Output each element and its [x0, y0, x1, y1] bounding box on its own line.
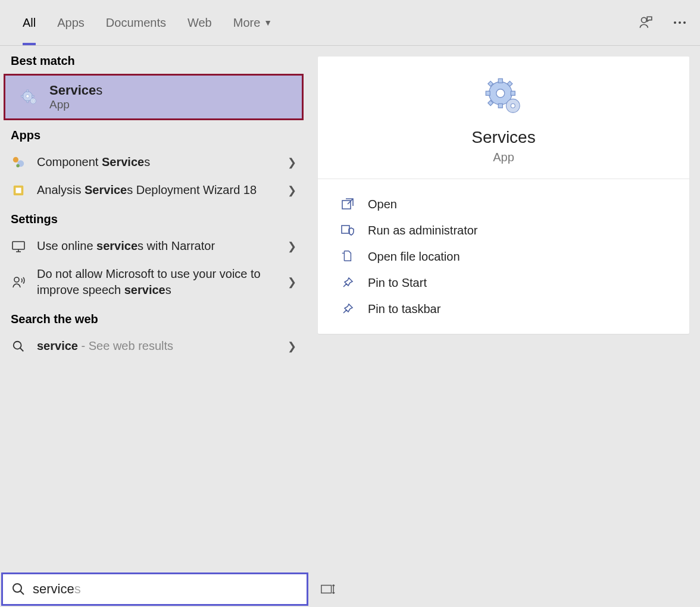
svg-rect-19: [498, 104, 502, 108]
section-apps: Apps: [0, 120, 307, 148]
search-header: All Apps Documents Web More ▼: [0, 0, 700, 46]
action-run-admin[interactable]: Run as administrator: [340, 217, 667, 243]
svg-rect-21: [511, 91, 515, 95]
svg-point-8: [32, 100, 34, 102]
action-label: Pin to Start: [368, 276, 427, 290]
action-open[interactable]: Open: [340, 191, 667, 217]
preview-actions: Open Run as administrator Open file loca…: [318, 179, 689, 334]
services-gear-icon: [20, 87, 39, 107]
tab-more[interactable]: More ▼: [223, 0, 283, 45]
tab-web[interactable]: Web: [177, 0, 223, 45]
svg-rect-3: [27, 90, 29, 92]
search-icon: [11, 339, 26, 354]
component-services-icon: [11, 155, 26, 170]
feedback-icon[interactable]: [637, 14, 654, 31]
svg-rect-6: [32, 95, 34, 97]
app-result-analysis-services[interactable]: Analysis Services Deployment Wizard 18 ❯: [0, 176, 307, 204]
action-label: Run as administrator: [368, 224, 478, 237]
svg-point-16: [14, 341, 21, 349]
preview-panel: Services App Open Run as administrator: [307, 46, 700, 571]
setting-result-label: Use online services with Narrator: [37, 238, 277, 254]
svg-point-0: [642, 17, 647, 23]
setting-result-narrator[interactable]: Use online services with Narrator ❯: [0, 232, 307, 260]
setting-result-speech[interactable]: Do not allow Microsoft to use your voice…: [0, 260, 307, 304]
app-result-component-services[interactable]: Component Services ❯: [0, 148, 307, 176]
header-right: [637, 14, 688, 31]
section-settings: Settings: [0, 204, 307, 232]
person-voice-icon: [11, 274, 26, 290]
section-web: Search the web: [0, 304, 307, 332]
more-options-icon[interactable]: [671, 14, 688, 31]
svg-rect-4: [27, 101, 29, 102]
action-pin-taskbar[interactable]: Pin to taskbar: [340, 296, 667, 322]
action-label: Pin to taskbar: [368, 302, 440, 316]
chevron-right-icon: ❯: [288, 340, 296, 353]
pin-taskbar-icon: [340, 302, 355, 316]
action-open-location[interactable]: Open file location: [340, 243, 667, 270]
monitor-icon: [11, 239, 26, 254]
svg-rect-13: [15, 187, 21, 193]
folder-icon: [340, 249, 355, 264]
svg-point-2: [26, 95, 29, 98]
svg-rect-31: [321, 586, 332, 593]
chevron-right-icon: ❯: [288, 276, 296, 289]
pin-icon: [340, 276, 355, 290]
chevron-right-icon: ❯: [288, 184, 296, 197]
tab-more-label: More: [233, 16, 261, 30]
svg-point-27: [511, 104, 515, 108]
svg-rect-29: [342, 226, 349, 233]
analysis-services-icon: [11, 183, 26, 198]
best-match-title: Services: [49, 83, 102, 98]
svg-point-25: [496, 89, 505, 98]
preview-subtitle: App: [493, 151, 514, 164]
services-gear-icon-large: [483, 76, 524, 117]
best-match-text: Services App: [49, 83, 102, 111]
action-pin-start[interactable]: Pin to Start: [340, 270, 667, 296]
setting-result-label: Do not allow Microsoft to use your voice…: [37, 266, 277, 298]
svg-rect-5: [21, 95, 23, 97]
best-match-subtitle: App: [49, 98, 102, 111]
svg-point-30: [13, 584, 21, 592]
open-icon: [340, 197, 355, 211]
best-match-result[interactable]: Services App: [4, 74, 304, 120]
app-result-label: Analysis Services Deployment Wizard 18: [37, 182, 277, 198]
svg-rect-14: [12, 242, 24, 249]
filter-tabs: All Apps Documents Web More ▼: [0, 0, 283, 45]
tab-apps[interactable]: Apps: [46, 0, 95, 45]
tab-all[interactable]: All: [12, 0, 46, 45]
preview-header: Services App: [318, 57, 689, 179]
chevron-right-icon: ❯: [288, 240, 296, 253]
svg-rect-18: [498, 79, 502, 83]
web-result[interactable]: service - See web results ❯: [0, 332, 307, 360]
tab-documents[interactable]: Documents: [95, 0, 177, 45]
results-panel: Best match Services App Apps Comp: [0, 46, 307, 571]
task-view-icon[interactable]: [320, 581, 336, 597]
shield-admin-icon: [340, 223, 355, 237]
svg-point-9: [13, 157, 18, 162]
svg-point-15: [14, 277, 19, 282]
chevron-right-icon: ❯: [288, 156, 296, 169]
web-result-label: service - See web results: [37, 338, 277, 354]
svg-point-11: [16, 164, 19, 167]
action-label: Open file location: [368, 250, 460, 264]
search-text: services: [33, 581, 81, 597]
app-result-label: Component Services: [37, 154, 277, 170]
chevron-down-icon: ▼: [264, 18, 272, 27]
preview-title: Services: [471, 128, 535, 147]
taskbar-search-area: services: [0, 571, 700, 607]
search-icon: [11, 582, 26, 596]
section-best-match: Best match: [0, 46, 307, 74]
main-area: Best match Services App Apps Comp: [0, 46, 700, 571]
svg-rect-20: [486, 91, 490, 95]
preview-card: Services App Open Run as administrator: [318, 57, 689, 334]
action-label: Open: [368, 198, 397, 211]
search-input[interactable]: services: [1, 572, 308, 606]
